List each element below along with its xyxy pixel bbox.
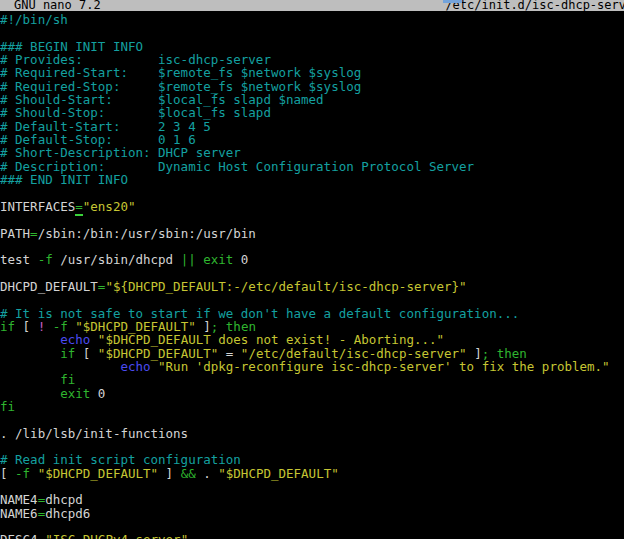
code-segment: 0 bbox=[90, 386, 105, 401]
editor-buffer: #!/bin/sh### BEGIN INIT INFO# Provides: … bbox=[0, 13, 624, 539]
code-segment bbox=[30, 466, 38, 481]
code-segment: DHCPD_DEFAULT bbox=[0, 279, 98, 294]
code-line bbox=[0, 480, 624, 493]
code-line: ### END INIT INFO bbox=[0, 173, 624, 186]
code-line: # Description: Dynamic Host Configuratio… bbox=[0, 160, 624, 173]
code-segment: #!/bin/sh bbox=[0, 12, 68, 27]
code-segment: test bbox=[0, 252, 38, 267]
code-segment: . /lib/lsb/init-functions bbox=[0, 426, 188, 441]
code-segment: ### END INIT INFO bbox=[0, 172, 128, 187]
code-line bbox=[0, 520, 624, 533]
code-line: exit 0 bbox=[0, 387, 624, 400]
code-line: DESC4="ISC DHCPv4 server" bbox=[0, 533, 624, 539]
code-segment: && bbox=[181, 466, 196, 481]
code-segment: exit bbox=[60, 386, 90, 401]
code-segment: ] bbox=[158, 466, 181, 481]
text-cursor: = bbox=[75, 199, 83, 216]
code-segment: NAME6 bbox=[0, 506, 38, 521]
code-line bbox=[0, 440, 624, 453]
code-line bbox=[0, 293, 624, 306]
code-line: #!/bin/sh bbox=[0, 13, 624, 26]
code-segment: . bbox=[196, 466, 219, 481]
code-line: # Required-Stop: $remote_fs $network $sy… bbox=[0, 80, 624, 93]
code-segment: dhcpd6 bbox=[45, 506, 90, 521]
code-line: # Read init script configuration bbox=[0, 453, 624, 466]
code-line: fi bbox=[0, 400, 624, 413]
code-line: if [ "$DHCPD_DEFAULT" = "/etc/default/is… bbox=[0, 347, 624, 360]
code-line: # Required-Start: $remote_fs $network $s… bbox=[0, 66, 624, 79]
code-line: # Default-Start: 2 3 4 5 bbox=[0, 120, 624, 133]
code-line bbox=[0, 186, 624, 199]
code-line: # Should-Stop: $local_fs slapd bbox=[0, 106, 624, 119]
code-segment: -f bbox=[38, 252, 53, 267]
code-segment: "$DHCPD_DEFAULT" bbox=[218, 466, 338, 481]
code-line: # It is not safe to start if we don't ha… bbox=[0, 307, 624, 320]
code-segment: "${DHCPD_DEFAULT:-/etc/default/isc-dhcp-… bbox=[105, 279, 466, 294]
code-segment: fi bbox=[0, 399, 15, 414]
code-line: test -f /usr/sbin/dhcpd || exit 0 bbox=[0, 253, 624, 266]
code-segment: || exit bbox=[181, 252, 234, 267]
code-line bbox=[0, 26, 624, 39]
code-line: echo "$DHCPD_DEFAULT does not exist! - A… bbox=[0, 333, 624, 346]
code-segment: "ISC DHCPv4 server" bbox=[45, 532, 188, 539]
file-path-label: /etc/init.d/isc-dhcp-serv bbox=[445, 0, 624, 11]
code-line: # Short-Description: DHCP server bbox=[0, 146, 624, 159]
code-segment bbox=[151, 359, 159, 374]
code-segment: "Run 'dpkg-reconfigure isc-dhcp-server' … bbox=[158, 359, 610, 374]
code-line bbox=[0, 213, 624, 226]
code-line: # Provides: isc-dhcp-server bbox=[0, 53, 624, 66]
code-line: # Default-Stop: 0 1 6 bbox=[0, 133, 624, 146]
code-line: PATH=/sbin:/bin:/usr/sbin:/usr/bin bbox=[0, 227, 624, 240]
code-segment: 0 bbox=[233, 252, 248, 267]
code-line: [ -f "$DHCPD_DEFAULT" ] && . "$DHCPD_DEF… bbox=[0, 467, 624, 480]
top-edge-artifact bbox=[443, 0, 462, 3]
code-line: echo "Run 'dpkg-reconfigure isc-dhcp-ser… bbox=[0, 360, 624, 373]
code-line: ### BEGIN INIT INFO bbox=[0, 40, 624, 53]
code-segment: PATH bbox=[0, 226, 30, 241]
code-line bbox=[0, 413, 624, 426]
code-line bbox=[0, 240, 624, 253]
code-segment: echo bbox=[120, 359, 150, 374]
code-segment: [ bbox=[0, 466, 15, 481]
code-segment: DESC4 bbox=[0, 532, 38, 539]
code-segment: "ens20" bbox=[83, 199, 136, 214]
nano-title-bar: GNU nano 7.2 /etc/init.d/isc-dhcp-serv bbox=[0, 0, 624, 11]
editor-version-label: GNU nano 7.2 bbox=[14, 0, 101, 11]
code-line: INTERFACES="ens20" bbox=[0, 200, 624, 213]
code-line: . /lib/lsb/init-functions bbox=[0, 427, 624, 440]
terminal-screen[interactable]: GNU nano 7.2 /etc/init.d/isc-dhcp-serv #… bbox=[0, 0, 624, 539]
code-line: # Should-Start: $local_fs slapd $named bbox=[0, 93, 624, 106]
code-segment: /usr/sbin/dhcpd bbox=[53, 252, 181, 267]
code-line: DHCPD_DEFAULT="${DHCPD_DEFAULT:-/etc/def… bbox=[0, 280, 624, 293]
code-segment: INTERFACES bbox=[0, 199, 75, 214]
code-segment: "$DHCPD_DEFAULT" bbox=[38, 466, 158, 481]
code-segment: /sbin:/bin:/usr/sbin:/usr/bin bbox=[38, 226, 256, 241]
code-line: if [ ! -f "$DHCPD_DEFAULT" ]; then bbox=[0, 320, 624, 333]
code-line bbox=[0, 267, 624, 280]
code-line: NAME4=dhcpd bbox=[0, 493, 624, 506]
code-line: NAME6=dhcpd6 bbox=[0, 507, 624, 520]
code-segment: -f bbox=[15, 466, 30, 481]
code-segment: = bbox=[30, 226, 38, 241]
code-line: fi bbox=[0, 373, 624, 386]
